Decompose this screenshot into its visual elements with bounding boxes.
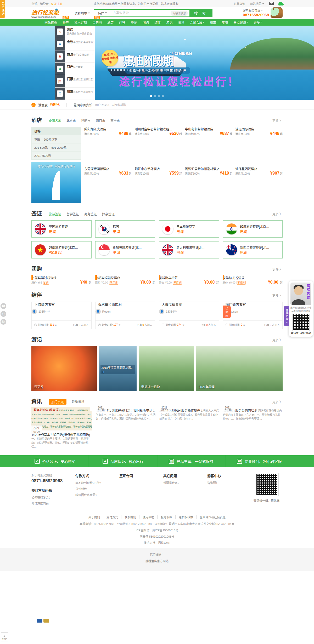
visa-card[interactable]: 新西兰旅游签证[北…电询 — [223, 241, 283, 258]
nav-item-qa[interactable]: 问答 — [119, 20, 125, 25]
nav-item-news[interactable]: 资讯 — [178, 20, 184, 25]
visa-card[interactable]: 越南旅游签证[北京…¥519 起 — [31, 241, 92, 258]
visa-card[interactable]: 日本旅游签字电询 — [159, 220, 219, 238]
free-call-tab[interactable]: 免费通话 — [0, 0, 5, 18]
news-card-featured[interactable]: 服务行业礼貌用语 说话的基本要求：①说话要尊称，态度平稳；②说话要文雅，简练，明… — [31, 408, 92, 449]
footer-bottom-link[interactable]: 支付方式 — [103, 515, 121, 519]
hotel-card[interactable]: 潮州财富中心希尔顿欢朋… 满意度100%¥530起 — [135, 127, 182, 163]
menu-item-hotel[interactable]: ⌂ 酒店国内酒店 海外酒店 民宿› — [55, 26, 95, 38]
menu-item-carrental[interactable]: ⚙ 租车商务出行 旅游大巴› — [55, 88, 95, 100]
menu-item-meeting[interactable]: ♟ 会议会议类型 会展活动› — [55, 38, 95, 50]
footer-link[interactable]: 纯玩团什么意思? — [75, 493, 111, 497]
visa-tab-family[interactable]: 探亲签证 — [102, 212, 115, 217]
nav-item-companion[interactable]: 结伴 — [154, 20, 161, 25]
price-option[interactable]: 201-500元 — [34, 145, 48, 150]
footer-bottom-link[interactable]: 服务条款 — [158, 515, 176, 519]
friend-link[interactable]: 携程酒店官方网站 — [0, 559, 314, 563]
footer-link[interactable]: 如何获取发票? — [31, 495, 68, 499]
nav-item-groupbuy[interactable]: 团购 — [143, 20, 149, 25]
footer-link[interactable]: 咨询预订 — [207, 481, 243, 485]
footer-link[interactable]: 货到付款 — [75, 487, 111, 491]
news-card[interactable]: 2021-01-28 酒店服务员席间服务操作规程 1.当客人入座后（一般是由领位… — [159, 408, 219, 449]
service-phone-label[interactable]: 客户服务电话 — [243, 9, 260, 12]
nav-item-travelogue[interactable]: 游记 — [166, 20, 172, 25]
groupbuy-card[interactable]: 距结束 95天 4时 22分 55秒 楚雄南华松茸 原价¥0.00不打折¥0.0… — [159, 275, 219, 285]
groupbuy-more-link[interactable]: 更多 〉 — [272, 267, 283, 272]
footer-link[interactable]: 能不能到付款-已付? — [75, 481, 111, 485]
price-option[interactable]: 501-2000元 — [51, 145, 66, 150]
order-query-link[interactable]: 订单查询 — [234, 2, 245, 6]
login-greeting[interactable]: 您好，请登录 — [31, 2, 49, 6]
companion-card[interactable]: 大理民宿考察 👤13354*** 剩余时间:174天 已有0人加入 — [159, 302, 219, 329]
travelogue-item[interactable]: 海埂坝一日游 — [139, 346, 194, 391]
hotel-more-link[interactable]: 更多 〉 — [272, 118, 283, 123]
qq-icon[interactable]: Q — [1, 311, 6, 317]
nav-item-guide[interactable]: 攻略 — [222, 20, 228, 25]
visa-tab-business[interactable]: 商务签证 — [84, 212, 97, 217]
hotel-card[interactable]: 河源汇景希尔顿逸林酒店 满意度100%¥419起 — [185, 166, 232, 203]
search-button[interactable]: 搜 索 — [189, 10, 212, 16]
groupbuy-card[interactable]: 距结束 95天 4时 22分 55秒 楚雄恐龙谷温泉 原价¥0.00不打折¥0.… — [223, 275, 283, 285]
visa-card[interactable]: 印度旅游签证[北京…电询 — [223, 220, 283, 238]
hotel-tab-haikou[interactable]: 海口市 — [96, 118, 105, 123]
menu-item-ticket[interactable]: ▤ 门票景点门票 温泉门票› — [55, 75, 95, 87]
news-card[interactable]: 2021-01-28 酒店餐厅服务员岗内培训 酒店餐厅服务员岗内培训内容主要有以… — [223, 408, 283, 449]
visa-card[interactable]: 新加坡旅游签证[北…电询 — [95, 241, 155, 258]
hotel-card[interactable]: 揭阳翔江大酒店 满意度100%¥488起 — [84, 127, 132, 163]
hotel-tab-nanning[interactable]: 南宁市 — [110, 118, 120, 123]
news-tab-hot[interactable]: 热门资讯 — [49, 399, 66, 405]
companion-more-link[interactable]: 更多 〉 — [272, 293, 283, 298]
news-tab-latest[interactable]: 最新资讯 — [72, 399, 84, 405]
menu-item-travel[interactable]: ❀ 旅游亲子6日 海岛游› — [55, 50, 95, 63]
companion-card[interactable]: 已成团 丽江酒店考察 👤Rosen 剩余时间:0天 已有0人加入 — [223, 302, 283, 329]
hotel-tab-national[interactable]: 全国各地 — [49, 118, 61, 123]
hotel-card[interactable]: 清远国际酒店 满意度100%¥448起 — [236, 127, 283, 163]
price-option[interactable]: 2001-5500元 — [34, 153, 51, 158]
banner-dot[interactable] — [158, 95, 160, 97]
visa-card[interactable]: 英国旅游签证电询 — [31, 220, 92, 238]
visa-card[interactable]: 意大利旅游签证[北…电询 — [159, 241, 219, 258]
travelogue-item[interactable]: 2021年元旦 — [196, 346, 283, 391]
visa-tab-tourist[interactable]: 旅游签证 — [49, 212, 61, 217]
ticker-hotel-name[interactable]: 昆明帝国宾馆 — [74, 103, 92, 107]
travelogue-more-link[interactable]: 更多 〉 — [272, 338, 283, 342]
footer-link[interactable]: 预订酒店问题 — [31, 501, 68, 505]
city-selector[interactable]: 选择城市 — [75, 11, 90, 15]
footer-bottom-link[interactable]: 使用帮助 — [139, 515, 158, 519]
footer-bottom-link[interactable]: 联系我们 — [121, 515, 139, 519]
nav-item-more[interactable]: 更多 — [254, 20, 262, 25]
search-category-select[interactable]: 特产 — [94, 10, 111, 16]
phone-icon[interactable]: ☎ — [1, 303, 6, 309]
price-option[interactable]: 不限 — [34, 137, 40, 141]
hotel-card[interactable]: 汕尾星河湾酒店 满意度100%¥907起 — [236, 166, 283, 203]
nav-item-techan[interactable]: 推荐特产 — [63, 20, 69, 25]
hotel-tab-kunming[interactable]: 昆明市 — [81, 118, 91, 123]
hotel-tab-beijing[interactable]: 北京市 — [66, 118, 76, 123]
wechat-icon[interactable] — [278, 2, 283, 5]
footer-bottom-link[interactable]: 企业合作与社会责任 — [197, 515, 229, 519]
banner-dot[interactable] — [154, 95, 156, 97]
nav-item-custom[interactable]: 私人定制 — [74, 20, 87, 25]
companion-card[interactable]: 上海酒店考察 👤13354*** 剩余时间:231天 已有0人加入 — [31, 302, 92, 329]
banner-dot[interactable] — [162, 95, 164, 97]
price-option[interactable]: 200元以下 — [44, 137, 57, 141]
site-logo[interactable]: ✈ 途行松商旅 www.tuxingsong.com — [31, 8, 59, 18]
nav-item-home[interactable]: 网站首页 — [44, 20, 57, 25]
hotel-promo-image[interactable]: 途行松商旅：说走就走的旅行 — [31, 162, 81, 203]
hotel-card[interactable]: 东莞康帝国际酒店 满意度100%¥633起 — [84, 166, 132, 203]
nav-item-mice[interactable]: 会议会展 — [190, 20, 204, 25]
sitemap-link[interactable]: 网站地图 — [250, 2, 264, 6]
footer-link[interactable]: 带票是什么? — [163, 481, 199, 485]
nav-item-hotel[interactable]: 酒店 — [107, 20, 114, 25]
footer-bottom-link[interactable]: 隐私权政策 — [176, 515, 197, 519]
wechat-icon[interactable]: 微 — [1, 319, 6, 325]
mail-icon[interactable] — [269, 2, 274, 5]
travelogue-item[interactable]: 云花谷 — [31, 346, 97, 391]
banner-dot[interactable] — [150, 95, 152, 97]
visa-tab-study[interactable]: 留学签证 — [66, 212, 79, 217]
groupbuy-card[interactable]: 距结束 95天 4时 22分 55秒 南疆宾馆过桥米线 原价¥685折¥40起 — [31, 275, 92, 285]
groupbuy-card[interactable]: 距结束 95天 4时 22分 55秒 海明宾馆温泉酒店 原价¥0.00不打折¥0… — [95, 275, 155, 285]
nav-item-destination[interactable]: 新品目的地 — [92, 20, 102, 25]
travelogue-item[interactable]: 2018年海南三亚亚龙湾2日 — [99, 346, 137, 391]
back-to-top-button[interactable]: TOP — [1, 632, 8, 641]
